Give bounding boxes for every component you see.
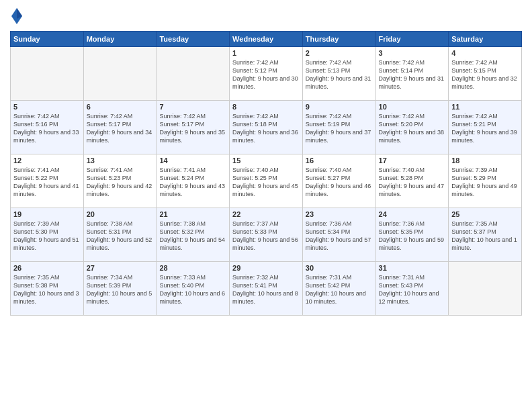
day-number: 23 [306,210,373,218]
day-info: Sunrise: 7:38 AMSunset: 5:31 PMDaylight:… [87,220,154,253]
day-number: 31 [379,264,446,272]
day-info: Sunrise: 7:36 AMSunset: 5:34 PMDaylight:… [306,220,373,253]
day-number: 24 [379,210,446,218]
day-number: 27 [87,264,154,272]
day-number: 13 [87,156,154,165]
day-number: 18 [451,156,519,165]
day-info: Sunrise: 7:31 AMSunset: 5:43 PMDaylight:… [379,273,446,306]
day-info: Sunrise: 7:39 AMSunset: 5:30 PMDaylight:… [13,220,81,253]
day-info: Sunrise: 7:40 AMSunset: 5:28 PMDaylight:… [379,166,446,199]
calendar-cell: 9Sunrise: 7:42 AMSunset: 5:19 PMDaylight… [302,101,375,154]
day-number: 12 [13,156,81,165]
day-number: 15 [232,156,300,165]
logo [10,7,26,26]
day-info: Sunrise: 7:33 AMSunset: 5:40 PMDaylight:… [159,273,226,306]
calendar-cell: 23Sunrise: 7:36 AMSunset: 5:34 PMDayligh… [302,208,375,262]
day-info: Sunrise: 7:42 AMSunset: 5:14 PMDaylight:… [379,58,446,91]
calendar-week-row: 12Sunrise: 7:41 AMSunset: 5:22 PMDayligh… [11,154,522,208]
day-number: 22 [232,210,300,218]
calendar-cell: 24Sunrise: 7:36 AMSunset: 5:35 PMDayligh… [375,208,449,262]
day-number: 4 [451,49,519,57]
day-info: Sunrise: 7:34 AMSunset: 5:39 PMDaylight:… [87,273,154,306]
day-number: 2 [306,49,373,57]
weekday-header-sunday: Sunday [11,32,84,47]
day-number: 1 [232,49,300,57]
day-info: Sunrise: 7:42 AMSunset: 5:12 PMDaylight:… [232,58,300,91]
calendar-cell: 10Sunrise: 7:42 AMSunset: 5:20 PMDayligh… [375,101,449,154]
calendar-cell: 1Sunrise: 7:42 AMSunset: 5:12 PMDaylight… [230,47,303,101]
day-number: 26 [13,264,81,272]
logo-icon [10,7,24,26]
calendar-cell: 6Sunrise: 7:42 AMSunset: 5:17 PMDaylight… [83,101,157,154]
day-info: Sunrise: 7:36 AMSunset: 5:35 PMDaylight:… [379,220,446,253]
day-number: 5 [13,103,81,111]
calendar-cell: 15Sunrise: 7:40 AMSunset: 5:25 PMDayligh… [230,154,303,208]
day-number: 16 [306,156,373,165]
calendar-cell: 8Sunrise: 7:42 AMSunset: 5:18 PMDaylight… [230,101,303,154]
header [10,7,522,26]
weekday-header-friday: Friday [375,32,449,47]
day-info: Sunrise: 7:42 AMSunset: 5:16 PMDaylight:… [13,112,81,145]
day-info: Sunrise: 7:42 AMSunset: 5:20 PMDaylight:… [379,112,446,145]
day-info: Sunrise: 7:37 AMSunset: 5:33 PMDaylight:… [232,220,300,253]
day-number: 3 [379,49,446,57]
calendar-week-row: 1Sunrise: 7:42 AMSunset: 5:12 PMDaylight… [11,47,522,101]
day-info: Sunrise: 7:42 AMSunset: 5:15 PMDaylight:… [451,58,519,91]
calendar-cell: 16Sunrise: 7:40 AMSunset: 5:27 PMDayligh… [302,154,375,208]
day-info: Sunrise: 7:42 AMSunset: 5:17 PMDaylight:… [159,112,226,145]
day-number: 14 [159,156,226,165]
calendar-cell: 26Sunrise: 7:35 AMSunset: 5:38 PMDayligh… [11,262,84,316]
weekday-header-row: SundayMondayTuesdayWednesdayThursdayFrid… [11,32,522,47]
weekday-header-monday: Monday [83,32,157,47]
calendar-cell: 5Sunrise: 7:42 AMSunset: 5:16 PMDaylight… [11,101,84,154]
calendar-cell: 30Sunrise: 7:31 AMSunset: 5:42 PMDayligh… [302,262,375,316]
day-number: 6 [87,103,154,111]
day-info: Sunrise: 7:39 AMSunset: 5:29 PMDaylight:… [451,166,519,199]
calendar-cell: 3Sunrise: 7:42 AMSunset: 5:14 PMDaylight… [375,47,449,101]
day-number: 17 [379,156,446,165]
calendar-cell: 25Sunrise: 7:35 AMSunset: 5:37 PMDayligh… [449,208,522,262]
calendar-cell: 2Sunrise: 7:42 AMSunset: 5:13 PMDaylight… [302,47,375,101]
day-info: Sunrise: 7:42 AMSunset: 5:18 PMDaylight:… [232,112,300,145]
page-container: SundayMondayTuesdayWednesdayThursdayFrid… [0,0,532,411]
weekday-header-wednesday: Wednesday [230,32,303,47]
day-number: 28 [159,264,226,272]
calendar-cell: 27Sunrise: 7:34 AMSunset: 5:39 PMDayligh… [83,262,157,316]
weekday-header-saturday: Saturday [449,32,522,47]
calendar-week-row: 5Sunrise: 7:42 AMSunset: 5:16 PMDaylight… [11,101,522,154]
day-number: 25 [451,210,519,218]
calendar-cell: 14Sunrise: 7:41 AMSunset: 5:24 PMDayligh… [157,154,230,208]
day-info: Sunrise: 7:42 AMSunset: 5:19 PMDaylight:… [306,112,373,145]
day-number: 11 [451,103,519,111]
calendar-body: 1Sunrise: 7:42 AMSunset: 5:12 PMDaylight… [11,47,522,316]
day-info: Sunrise: 7:40 AMSunset: 5:27 PMDaylight:… [306,166,373,199]
calendar-cell: 31Sunrise: 7:31 AMSunset: 5:43 PMDayligh… [375,262,449,316]
day-info: Sunrise: 7:32 AMSunset: 5:41 PMDaylight:… [232,273,300,306]
calendar-cell [11,47,84,101]
calendar-cell: 11Sunrise: 7:42 AMSunset: 5:21 PMDayligh… [449,101,522,154]
calendar-cell: 22Sunrise: 7:37 AMSunset: 5:33 PMDayligh… [230,208,303,262]
day-info: Sunrise: 7:41 AMSunset: 5:22 PMDaylight:… [13,166,81,199]
calendar-cell [83,47,157,101]
calendar-cell: 17Sunrise: 7:40 AMSunset: 5:28 PMDayligh… [375,154,449,208]
day-number: 7 [159,103,226,111]
day-number: 30 [306,264,373,272]
day-number: 29 [232,264,300,272]
calendar-cell [157,47,230,101]
calendar-cell: 4Sunrise: 7:42 AMSunset: 5:15 PMDaylight… [449,47,522,101]
day-info: Sunrise: 7:42 AMSunset: 5:17 PMDaylight:… [87,112,154,145]
calendar-cell: 29Sunrise: 7:32 AMSunset: 5:41 PMDayligh… [230,262,303,316]
day-number: 19 [13,210,81,218]
calendar-cell [449,262,522,316]
day-number: 8 [232,103,300,111]
calendar-cell: 13Sunrise: 7:41 AMSunset: 5:23 PMDayligh… [83,154,157,208]
day-number: 21 [159,210,226,218]
calendar-week-row: 26Sunrise: 7:35 AMSunset: 5:38 PMDayligh… [11,262,522,316]
day-info: Sunrise: 7:41 AMSunset: 5:24 PMDaylight:… [159,166,226,199]
day-info: Sunrise: 7:41 AMSunset: 5:23 PMDaylight:… [87,166,154,199]
day-info: Sunrise: 7:38 AMSunset: 5:32 PMDaylight:… [159,220,226,253]
day-number: 20 [87,210,154,218]
weekday-header-thursday: Thursday [302,32,375,47]
day-info: Sunrise: 7:42 AMSunset: 5:21 PMDaylight:… [451,112,519,145]
day-info: Sunrise: 7:35 AMSunset: 5:37 PMDaylight:… [451,220,519,253]
